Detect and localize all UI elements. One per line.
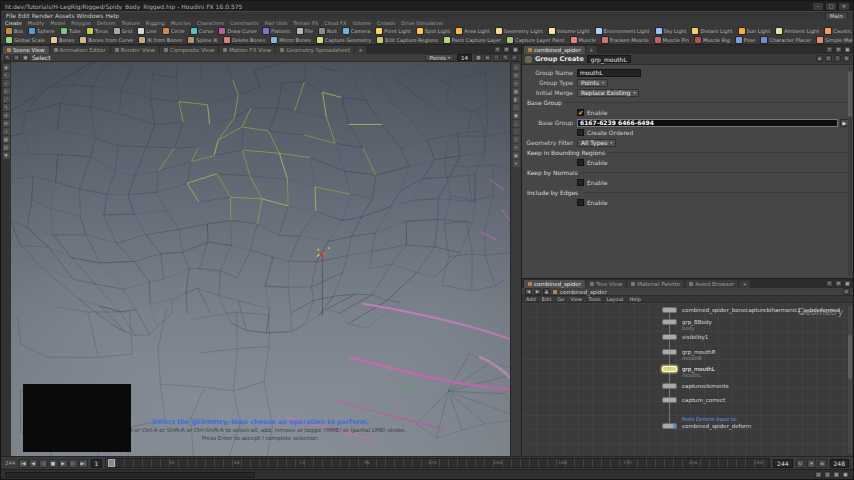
node-body[interactable] (662, 319, 677, 325)
scene-tab-scene-view[interactable]: Scene View (3, 46, 49, 54)
checkbox-enable-11[interactable] (577, 179, 584, 186)
favorites-icon[interactable]: ★ (816, 55, 823, 62)
selection-count-field[interactable]: 14 (457, 54, 472, 61)
gear-icon[interactable]: ⚙ (843, 55, 850, 62)
global-end-field[interactable]: 248 (830, 459, 849, 468)
checkbox-create-ordered-6[interactable] (577, 129, 584, 136)
shelf-tab-create[interactable]: Create (5, 20, 22, 26)
shelf-tool-draw-curve[interactable]: Draw Curve (216, 26, 259, 35)
shelf-tab-constraints[interactable]: Constraints (230, 20, 259, 26)
timeline-ruler[interactable]: 24487296120144168192216240 (105, 458, 770, 468)
lasso-select-icon[interactable]: ◌ (493, 54, 500, 61)
param-new-tab-button[interactable]: + (586, 46, 597, 54)
message-log-icon[interactable]: ▤ (815, 471, 822, 478)
shelf-tool-null[interactable]: Null (316, 26, 340, 35)
back-icon[interactable]: ◀ (525, 288, 532, 295)
pane-float-icon[interactable]: ▣ (512, 46, 519, 53)
node-combined-spider-bonecapturebiharmonic1-subdeformed[interactable]: combined_spider_bonecapturebiharmonic1_s… (662, 307, 677, 313)
shelf-tool-grid[interactable]: Grid (111, 26, 136, 35)
node-body[interactable] (662, 349, 677, 355)
pin-icon[interactable]: ⊙ (843, 288, 850, 295)
node-capture-correct[interactable]: capture_correct (662, 397, 677, 403)
brush-select-icon[interactable]: ✎ (502, 54, 509, 61)
parameter-scrollbar[interactable] (848, 67, 852, 276)
pose-tool-icon[interactable]: ✎ (3, 104, 10, 111)
maximize-button[interactable]: □ (826, 3, 836, 10)
shelf-tool-character-placer[interactable]: Character Placer (758, 35, 814, 44)
snapshot-icon[interactable]: ▣ (513, 152, 520, 159)
shelf-tab-characters[interactable]: Characters (197, 20, 224, 26)
stop-button[interactable]: ■ (49, 459, 58, 468)
scene-tab-animation-editor[interactable]: Animation Editor (50, 46, 110, 54)
shelf-tab-hair-utils[interactable]: Hair Utils (264, 20, 287, 26)
shelf-tab-volume[interactable]: Volume (352, 20, 371, 26)
key-tool-icon[interactable]: ◇ (3, 128, 10, 135)
go-to-end-button[interactable]: ▶| (79, 459, 88, 468)
current-frame-field[interactable]: 1 (91, 459, 103, 468)
shelf-tab-polygon[interactable]: Polygon (71, 20, 91, 26)
network-tab-material-palette[interactable]: Material Palette (627, 280, 684, 288)
play-button[interactable]: ▶ (59, 459, 68, 468)
pane-menu-icon[interactable]: ≡ (494, 46, 501, 53)
shelf-tool-platonic[interactable]: Platonic (260, 26, 294, 35)
node-name-field[interactable]: grp_mouthL (587, 55, 631, 63)
realtime-toggle-icon[interactable]: ◔ (807, 459, 816, 468)
scene-tab-composite-view[interactable]: Composite View (160, 46, 218, 54)
shelf-tool-delete-bones[interactable]: Delete Bones (221, 35, 268, 44)
shelf-tool-capture-layer-paint[interactable]: Capture Layer Paint (504, 35, 567, 44)
node-grp-bbody[interactable]: grp_BBodybody (662, 319, 677, 325)
scene-tab-render-view[interactable]: Render View (111, 46, 159, 54)
step-forward-button[interactable]: ▷ (69, 459, 78, 468)
pane-split-icon[interactable]: ⊞ (835, 280, 842, 287)
node-visibility1[interactable]: visibility1 (662, 334, 677, 340)
shelf-tool-point-light[interactable]: Point Light (373, 26, 413, 35)
select-tool-icon[interactable]: ↖ (3, 72, 10, 79)
network-menu-add[interactable]: Add (526, 296, 536, 302)
shelf-tool-mirror-bones[interactable]: Mirror Bones (268, 35, 314, 44)
checkbox-enable-9[interactable] (577, 159, 584, 166)
playbar-options-icon[interactable]: ≣ (818, 459, 827, 468)
scene-tab-motion-fx-view[interactable]: Motion FX View (219, 46, 275, 54)
memory-usage-icon[interactable]: ▦ (833, 471, 840, 478)
viewport[interactable]: Select the geometry, then choose an oper… (11, 62, 510, 456)
pane-split-icon[interactable]: ⊞ (835, 46, 842, 53)
shelf-tool-curve[interactable]: Curve (188, 26, 217, 35)
shading-mode-icon[interactable]: ◧ (513, 96, 520, 103)
shelf-tool-edit-capture-regions[interactable]: Edit Capture Regions (374, 35, 440, 44)
shelf-tool-paint-capture-layer[interactable]: Paint Capture Layer (441, 35, 504, 44)
shelf-tool-volume-light[interactable]: Volume Light (546, 26, 593, 35)
handles-tool-icon[interactable]: ⊕ (3, 112, 10, 119)
points-display-icon[interactable]: ∴ (513, 128, 520, 135)
node-grp-mouthl[interactable]: grp_mouthLmouthL (662, 366, 677, 372)
network-new-tab-button[interactable]: + (739, 280, 750, 288)
shelf-tab-deform[interactable]: Deform (97, 20, 116, 26)
pane-menu-icon[interactable]: ≡ (826, 46, 833, 53)
node-captureelements[interactable]: captureelements (662, 383, 677, 389)
pane-split-icon[interactable]: ⊞ (503, 46, 510, 53)
playhead[interactable] (108, 459, 115, 467)
scene-tab-geometry-spreadsheet[interactable]: Geometry Spreadsheet (276, 46, 354, 54)
network-menu-layout[interactable]: Layout (607, 296, 624, 302)
network-scrollbar[interactable] (848, 305, 852, 454)
shelf-tool-ik-from-bones[interactable]: IK from Bones (136, 35, 185, 44)
network-menu-tools[interactable]: Tools (588, 296, 600, 302)
shelf-tool-bones-from-curve[interactable]: Bones from Curve (77, 35, 136, 44)
network-path[interactable]: combined_spider (560, 289, 607, 295)
param-dropdown-initial-merge[interactable]: Replace Existing▾ (577, 89, 639, 97)
shelf-tool-muscle[interactable]: Muscle (568, 35, 599, 44)
forward-icon[interactable]: ▶ (534, 288, 541, 295)
menu-assets[interactable]: Assets (55, 12, 75, 19)
shelf-tool-box[interactable]: Box (3, 26, 26, 35)
shelf-tool-area-light[interactable]: Area Light (453, 26, 493, 35)
menu-edit[interactable]: Edit (18, 12, 30, 19)
network-tab-asset-browser[interactable]: Asset Browser (685, 280, 738, 288)
flipbook-tool-icon[interactable]: ▤ (3, 144, 10, 151)
translate-tool-icon[interactable]: + (3, 80, 10, 87)
shelf-tool-pose[interactable]: Pose (733, 35, 759, 44)
play-reverse-button[interactable]: ◀ (29, 459, 38, 468)
shelf-tab-drive-simulation[interactable]: Drive Simulation (401, 20, 443, 26)
grid-toggle-icon[interactable]: ▦ (513, 88, 520, 95)
snap-tool-icon[interactable]: ⊞ (3, 120, 10, 127)
shelf-tool-simple-male[interactable]: Simple Male (814, 35, 853, 44)
shelf-tool-muscle-rig[interactable]: Muscle Rig (692, 35, 733, 44)
